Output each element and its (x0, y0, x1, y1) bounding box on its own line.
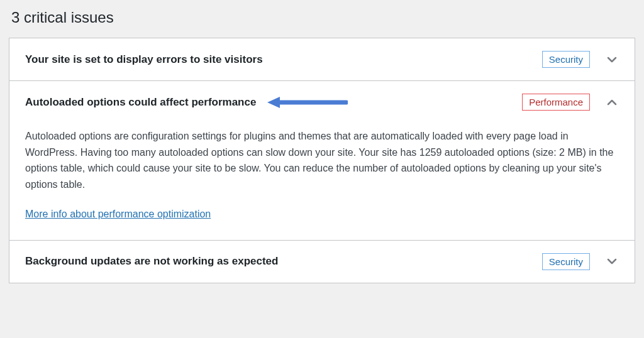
chevron-down-icon (605, 53, 619, 67)
accordion-body: Autoloaded options are configuration set… (9, 123, 635, 240)
accordion-item: Your site is set to display errors to si… (9, 38, 635, 81)
accordion-title: Autoloaded options could affect performa… (25, 95, 522, 110)
critical-issues-accordion: Your site is set to display errors to si… (9, 38, 635, 283)
svg-marker-1 (267, 97, 280, 108)
accordion-title: Your site is set to display errors to si… (25, 53, 542, 66)
accordion-description: Autoloaded options are configuration set… (25, 128, 619, 192)
security-badge: Security (542, 253, 590, 270)
accordion-header-right: Security (542, 51, 619, 68)
accordion-header-right: Performance (522, 94, 619, 111)
accordion-header-autoloaded-options[interactable]: Autoloaded options could affect performa… (9, 81, 635, 123)
accordion-header-right: Security (542, 253, 619, 270)
accordion-header-background-updates[interactable]: Background updates are not working as ex… (9, 241, 635, 283)
section-heading: 3 critical issues (11, 9, 635, 26)
security-badge: Security (542, 51, 590, 68)
chevron-up-icon (605, 95, 619, 109)
accordion-item: Background updates are not working as ex… (9, 241, 635, 283)
chevron-down-icon (605, 254, 619, 268)
performance-info-link[interactable]: More info about performance optimization (25, 209, 211, 219)
accordion-header-display-errors[interactable]: Your site is set to display errors to si… (9, 38, 635, 80)
accordion-title: Background updates are not working as ex… (25, 255, 542, 268)
performance-badge: Performance (522, 94, 590, 111)
accordion-item: Autoloaded options could affect performa… (9, 81, 635, 241)
accordion-title-text: Autoloaded options could affect performa… (25, 96, 256, 109)
arrow-annotation-icon (266, 95, 348, 110)
